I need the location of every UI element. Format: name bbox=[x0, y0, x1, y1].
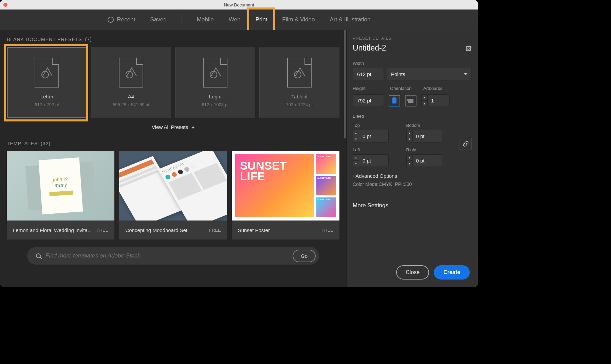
close-button[interactable]: Close bbox=[396, 265, 429, 280]
step-down-icon[interactable]: ▼ bbox=[422, 101, 427, 107]
template-thumbnail: SUNSET LIFE SUNSET LIFE SUNSET LIFE SUNS… bbox=[232, 151, 339, 221]
stock-search-bar: Go bbox=[27, 247, 319, 265]
more-settings-button[interactable]: More Settings bbox=[353, 202, 472, 209]
bleed-top-input[interactable] bbox=[359, 130, 389, 142]
category-tabs: Recent Saved Mobile Web Print Film & Vid… bbox=[0, 9, 478, 30]
artboards-stepper[interactable]: ▲▼ bbox=[421, 94, 450, 107]
edit-name-icon[interactable] bbox=[466, 45, 472, 51]
tab-mobile-label: Mobile bbox=[197, 16, 214, 23]
details-header: PRESET DETAILS bbox=[353, 36, 472, 41]
document-name[interactable]: Untitled-2 bbox=[353, 43, 386, 53]
template-name: Sunset Poster bbox=[238, 227, 270, 233]
preset-dimensions: 792 x 1224 pt bbox=[286, 102, 313, 107]
preset-legal[interactable]: Legal 612 x 1008 pt bbox=[175, 47, 255, 118]
main-panel: BLANK DOCUMENT PRESETS (7) Letter 612 x … bbox=[0, 30, 346, 287]
tab-saved[interactable]: Saved bbox=[150, 15, 166, 24]
bleed-top-stepper[interactable]: ▲▼ bbox=[353, 130, 402, 142]
create-button[interactable]: Create bbox=[434, 265, 470, 280]
clock-icon bbox=[108, 17, 114, 23]
preset-name: Legal bbox=[209, 94, 222, 99]
artboards-input[interactable] bbox=[427, 94, 450, 107]
bleed-bottom-stepper[interactable]: ▲▼ bbox=[406, 130, 455, 142]
preset-dimensions: 612 x 1008 pt bbox=[202, 102, 229, 107]
orientation-portrait[interactable] bbox=[389, 95, 400, 107]
tab-mobile[interactable]: Mobile bbox=[197, 15, 214, 24]
link-bleed-icon[interactable] bbox=[460, 138, 472, 150]
height-input[interactable] bbox=[353, 94, 384, 107]
orientation-label: Orientation bbox=[390, 86, 417, 91]
bleed-right-input[interactable] bbox=[412, 154, 442, 167]
templates-section-title: TEMPLATES (32) bbox=[7, 141, 339, 146]
bleed-right-stepper[interactable]: ▲▼ bbox=[406, 154, 455, 167]
bleed-left-label: Left bbox=[353, 147, 402, 152]
template-card[interactable]: john & mary Lemon and Floral Wedding Inv… bbox=[7, 151, 114, 240]
page-icon bbox=[203, 58, 227, 88]
preset-a4[interactable]: A4 595.28 x 841.89 pt bbox=[91, 47, 171, 118]
title-bar: New Document bbox=[0, 0, 478, 9]
preset-name: A4 bbox=[128, 94, 134, 99]
preset-tabloid[interactable]: Tabloid 792 x 1224 pt bbox=[259, 47, 339, 118]
page-icon bbox=[35, 58, 59, 88]
chevron-down-icon bbox=[464, 73, 467, 75]
width-label: Width bbox=[353, 61, 472, 66]
view-all-presets[interactable]: View All Presets+ bbox=[7, 124, 339, 130]
window-close-dot[interactable] bbox=[3, 3, 7, 7]
scrollbar[interactable] bbox=[344, 30, 346, 138]
bleed-left-input[interactable] bbox=[359, 154, 389, 167]
step-up-icon[interactable]: ▲ bbox=[422, 95, 427, 101]
tab-divider bbox=[182, 16, 182, 24]
tab-recent[interactable]: Recent bbox=[108, 15, 135, 24]
preset-dimensions: 595.28 x 841.89 pt bbox=[113, 102, 149, 107]
bleed-top-label: Top bbox=[353, 123, 402, 128]
template-thumbnail: john & mary bbox=[7, 151, 114, 221]
bleed-right-label: Right bbox=[406, 147, 455, 152]
template-name: Lemon and Floral Wedding Invita... bbox=[13, 227, 92, 233]
template-thumbnail: MOODBOARD bbox=[119, 151, 227, 221]
bleed-bottom-input[interactable] bbox=[412, 130, 442, 142]
presets-section-title: BLANK DOCUMENT PRESETS (7) bbox=[7, 37, 339, 42]
tab-saved-label: Saved bbox=[150, 16, 166, 23]
tab-film-label: Film & Video bbox=[282, 16, 315, 23]
template-card[interactable]: MOODBOARD bbox=[119, 151, 227, 240]
bleed-bottom-label: Bottom bbox=[406, 123, 455, 128]
bleed-left-stepper[interactable]: ▲▼ bbox=[353, 154, 402, 167]
template-price: FREE bbox=[97, 228, 109, 233]
width-input[interactable] bbox=[353, 68, 384, 80]
tab-art-label: Art & Illustration bbox=[330, 16, 370, 23]
preset-dimensions: 612 x 792 pt bbox=[35, 102, 59, 107]
page-icon bbox=[119, 58, 143, 88]
go-button[interactable]: Go bbox=[293, 250, 316, 262]
page-icon bbox=[287, 58, 312, 88]
template-name: Concepting Moodboard Set bbox=[125, 227, 187, 233]
orientation-landscape[interactable] bbox=[405, 95, 416, 107]
preset-details-panel: PRESET DETAILS Untitled-2 Width Points H… bbox=[346, 30, 478, 287]
tab-print-label: Print bbox=[255, 16, 267, 23]
template-card[interactable]: SUNSET LIFE SUNSET LIFE SUNSET LIFE SUNS… bbox=[232, 151, 339, 240]
tab-web[interactable]: Web bbox=[229, 15, 241, 24]
preset-letter[interactable]: Letter 612 x 792 pt bbox=[7, 47, 87, 118]
tab-art[interactable]: Art & Illustration bbox=[330, 15, 370, 24]
template-price: FREE bbox=[209, 228, 221, 233]
tab-film[interactable]: Film & Video bbox=[282, 15, 315, 24]
advanced-options-toggle[interactable]: Advanced Options bbox=[353, 173, 472, 179]
height-label: Height bbox=[353, 86, 384, 91]
search-icon bbox=[36, 253, 41, 258]
tab-web-label: Web bbox=[229, 16, 241, 23]
preset-name: Letter bbox=[40, 94, 53, 99]
stock-search-input[interactable] bbox=[45, 252, 293, 259]
color-mode-info: Color Mode:CMYK, PPI:300 bbox=[353, 181, 472, 187]
bleed-label: Bleed bbox=[353, 114, 472, 119]
template-price: FREE bbox=[321, 228, 333, 233]
units-select[interactable]: Points bbox=[387, 68, 472, 80]
artboards-label: Artboards bbox=[423, 86, 442, 91]
tab-print[interactable]: Print bbox=[255, 15, 267, 24]
preset-name: Tabloid bbox=[291, 94, 308, 99]
window-title: New Document bbox=[7, 2, 470, 7]
tab-recent-label: Recent bbox=[117, 16, 135, 23]
